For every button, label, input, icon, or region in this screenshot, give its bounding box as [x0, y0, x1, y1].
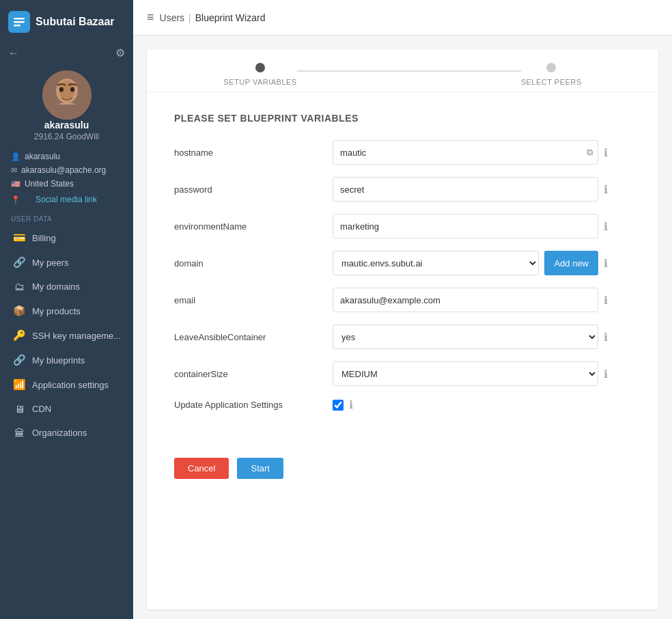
field-domain-row: domain mautic.envs.subut.ai Add new ℹ — [174, 251, 617, 275]
wizard-steps: SETUP VARIABLES SELECT PEERS — [147, 49, 658, 92]
update-app-settings-label: Update Application Settings — [174, 400, 324, 410]
envelope-icon: ✉ — [11, 166, 17, 175]
hostname-input-wrap: ⧉ — [333, 140, 598, 165]
wizard-form: PLEASE SET BLUEPRINT VARIABLES hostname … — [147, 92, 658, 444]
environment-input[interactable] — [333, 214, 598, 238]
leave-ansible-select[interactable]: yes no — [333, 325, 598, 349]
start-button[interactable]: Start — [237, 458, 283, 479]
app-title: Subutai Bazaar — [36, 16, 115, 28]
step-dot-setup — [255, 63, 265, 72]
breadcrumb-separator: | — [188, 12, 191, 23]
sidebar-item-my-domains[interactable]: 🗂 My domains — [0, 275, 133, 299]
password-input[interactable] — [333, 177, 598, 202]
topbar: ≡ Users | Blueprint Wizard — [133, 0, 672, 36]
password-control: ℹ — [333, 177, 617, 202]
update-app-settings-info-icon[interactable]: ℹ — [349, 398, 363, 411]
container-size-info-icon[interactable]: ℹ — [604, 368, 617, 381]
email-input[interactable] — [333, 288, 598, 312]
organizations-icon: 🏛 — [13, 427, 25, 439]
leave-ansible-info-icon[interactable]: ℹ — [604, 331, 617, 344]
svg-rect-2 — [14, 25, 20, 27]
sidebar-products-label: My products — [32, 306, 81, 316]
step-setup-variables: SETUP VARIABLES — [223, 63, 296, 86]
domain-label: domain — [174, 258, 324, 269]
environment-control: ℹ — [333, 214, 617, 238]
wizard-card: SETUP VARIABLES SELECT PEERS PLEASE SET … — [147, 49, 658, 609]
main-area: ≡ Users | Blueprint Wizard SETUP VARIABL… — [133, 0, 672, 619]
svg-rect-0 — [14, 18, 25, 20]
user-data-section-label: User data — [0, 208, 133, 225]
hamburger-icon[interactable]: ≡ — [147, 10, 154, 25]
settings-gear-button[interactable]: ⚙ — [115, 46, 125, 59]
field-leave-ansible-row: LeaveAnsibleContainer yes no ℹ — [174, 325, 617, 349]
person-icon: 👤 — [11, 152, 20, 161]
sidebar-back-row: ← ⚙ — [0, 44, 133, 65]
container-size-control: SMALL MEDIUM LARGE ℹ — [333, 361, 617, 386]
step-label-peers: SELECT PEERS — [521, 78, 582, 86]
sidebar-blueprints-label: My blueprints — [32, 355, 85, 366]
update-app-settings-control: ℹ — [333, 398, 617, 411]
app-settings-icon: 📶 — [13, 379, 25, 391]
form-title: PLEASE SET BLUEPRINT VARIABLES — [174, 113, 617, 124]
sidebar-item-application-settings[interactable]: 📶 Application settings — [0, 372, 133, 397]
breadcrumb-current: Blueprint Wizard — [195, 12, 266, 23]
environment-info-icon[interactable]: ℹ — [604, 220, 617, 233]
container-size-label: containerSize — [174, 369, 324, 379]
leave-ansible-control: yes no ℹ — [333, 325, 617, 349]
email-info-icon[interactable]: ℹ — [604, 294, 617, 307]
hostname-info-icon[interactable]: ℹ — [604, 146, 617, 159]
add-new-domain-button[interactable]: Add new — [544, 251, 598, 275]
logo-icon — [8, 11, 30, 33]
hostname-control: ⧉ ℹ — [333, 140, 617, 165]
sidebar-info-username: 👤 akarasulu — [0, 150, 133, 163]
sidebar-info-email: ✉ akarasulu@apache.org — [0, 163, 133, 177]
domains-icon: 🗂 — [13, 281, 25, 292]
update-app-settings-checkbox-wrap — [333, 400, 344, 411]
update-app-settings-checkbox[interactable] — [333, 400, 344, 411]
field-environment-row: environmentName ℹ — [174, 214, 617, 238]
field-update-app-settings-row: Update Application Settings ℹ — [174, 398, 617, 411]
environment-label: environmentName — [174, 221, 324, 232]
field-container-size-row: containerSize SMALL MEDIUM LARGE ℹ — [174, 361, 617, 386]
sidebar-item-my-blueprints[interactable]: 🔗 My blueprints — [0, 348, 133, 372]
sidebar-item-organizations[interactable]: 🏛 Organizations — [0, 421, 133, 445]
sidebar-item-my-products[interactable]: 📦 My products — [0, 299, 133, 323]
domain-info-icon[interactable]: ℹ — [604, 257, 617, 270]
step-label-setup: SETUP VARIABLES — [223, 78, 296, 86]
breadcrumb: Users | Blueprint Wizard — [160, 12, 266, 23]
svg-point-9 — [70, 87, 74, 92]
back-button[interactable]: ← — [8, 47, 19, 59]
sidebar-item-cdn[interactable]: 🖥 CDN — [0, 397, 133, 421]
sidebar-item-my-peers[interactable]: 🔗 My peers — [0, 250, 133, 275]
domain-control: mautic.envs.subut.ai Add new ℹ — [333, 251, 617, 275]
cancel-button[interactable]: Cancel — [174, 458, 229, 479]
password-info-icon[interactable]: ℹ — [604, 183, 617, 196]
domain-select[interactable]: mautic.envs.subut.ai — [333, 251, 539, 275]
sidebar-info-location-pin: 📍 Social media link — [0, 191, 133, 208]
sidebar-user-detail: akarasulu — [25, 152, 60, 161]
password-label: password — [174, 184, 324, 195]
pin-icon: 📍 — [11, 195, 20, 204]
hostname-input[interactable] — [333, 140, 598, 165]
breadcrumb-parent[interactable]: Users — [160, 12, 185, 23]
sidebar-profile: akarasulu 2916.24 GoodWill — [0, 65, 133, 150]
sidebar-item-ssh-key[interactable]: 🔑 SSH key manageme... — [0, 323, 133, 348]
field-hostname-row: hostname ⧉ ℹ — [174, 140, 617, 165]
sidebar-organizations-label: Organizations — [32, 428, 87, 438]
products-icon: 📦 — [13, 305, 25, 317]
blueprints-icon: 🔗 — [13, 354, 25, 366]
container-size-select[interactable]: SMALL MEDIUM LARGE — [333, 361, 598, 386]
sidebar-appsettings-label: Application settings — [32, 380, 109, 390]
social-media-link[interactable]: Social media link — [25, 193, 108, 206]
copy-icon[interactable]: ⧉ — [587, 147, 593, 158]
peers-icon: 🔗 — [13, 256, 25, 269]
app-logo[interactable]: Subutai Bazaar — [0, 0, 133, 44]
svg-rect-7 — [42, 105, 92, 120]
cdn-icon: 🖥 — [13, 403, 25, 415]
content-area: SETUP VARIABLES SELECT PEERS PLEASE SET … — [133, 36, 672, 619]
ssh-key-icon: 🔑 — [13, 329, 25, 342]
step-line — [297, 70, 521, 72]
sidebar-item-billing[interactable]: 💳 Billing — [0, 225, 133, 250]
hostname-label: hostname — [174, 148, 324, 158]
svg-rect-1 — [14, 21, 25, 23]
